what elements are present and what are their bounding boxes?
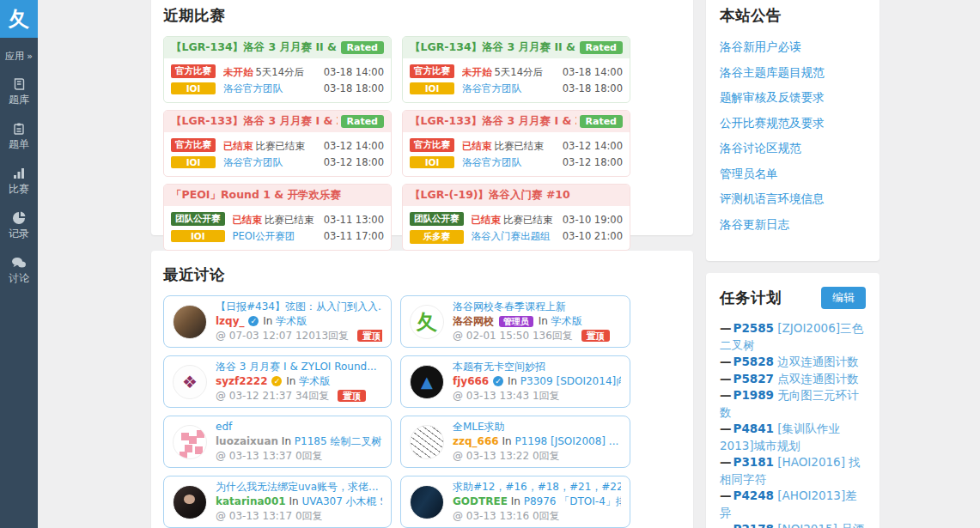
sidebar-item-apps[interactable]: 应用 »: [0, 50, 38, 63]
discussion-board-link[interactable]: P3309 [SDOI2014]向...: [520, 375, 621, 387]
sidebar-item-contests[interactable]: 比赛: [0, 167, 38, 197]
discussion-title[interactable]: 全MLE求助: [453, 420, 621, 434]
task-item[interactable]: —P2178 [NOI2015] 品酒大会: [720, 521, 866, 528]
task-item[interactable]: —P1989 无向图三元环计数: [720, 387, 866, 421]
discussion-author[interactable]: luozaixuan: [216, 435, 278, 447]
problem-id[interactable]: P4841: [733, 422, 774, 435]
contest-title[interactable]: 【LGR-133】洛谷 3 月月赛 I & ZYLOI ...: [171, 114, 338, 129]
avatar[interactable]: ▲: [410, 365, 444, 399]
contest-organizer-link[interactable]: 洛谷入门赛出题组: [472, 230, 551, 242]
edit-button[interactable]: 编辑: [821, 287, 866, 309]
avatar[interactable]: [410, 485, 444, 519]
discussion-card[interactable]: 【日报#434】弦图：从入门到入入... lzqy_ ✓ In 学术版 @ 07…: [163, 295, 392, 348]
task-item[interactable]: —P4248 [AHOI2013]差异: [720, 488, 866, 521]
avatar[interactable]: ❖: [173, 365, 207, 399]
contest-organizer-link[interactable]: 洛谷官方团队: [462, 156, 521, 168]
discussion-author[interactable]: lzqy_: [216, 315, 245, 327]
announcement-link[interactable]: 洛谷更新日志: [720, 212, 866, 238]
discussion-title[interactable]: 洛谷 3 月月赛 I & ZYLOI Round...: [216, 360, 382, 374]
contest-end-time: 03-12 18:00: [324, 155, 384, 171]
problem-id[interactable]: P3181: [733, 455, 774, 469]
discussion-title[interactable]: 为什么我无法绑定uva账号，求佬...: [216, 480, 382, 495]
problem-id[interactable]: P4248: [733, 489, 774, 502]
discussion-author[interactable]: fjy666: [453, 375, 489, 387]
discussion-title[interactable]: 求助#12，#16，#18，#21，#22: [453, 480, 621, 495]
luogu-logo[interactable]: 夂: [0, 0, 38, 38]
discussion-board-link[interactable]: UVA307 小木棍 Sti...: [301, 495, 382, 507]
avatar[interactable]: [173, 485, 207, 519]
discussion-card[interactable]: 为什么我无法绑定uva账号，求佬... katarina001 In UVA30…: [163, 476, 392, 528]
discussion-board-link[interactable]: 学术版: [276, 315, 307, 327]
discussion-author[interactable]: katarina001: [216, 495, 286, 507]
sidebar-item-discussions[interactable]: 讨论: [0, 256, 38, 286]
contest-card[interactable]: 【LGR-133】洛谷 3 月月赛 I & ZYLOI ... Rated 官方…: [163, 110, 392, 177]
avatar[interactable]: 夂: [410, 305, 444, 339]
announcement-link[interactable]: 洛谷讨论区规范: [720, 136, 866, 161]
sidebar-item-label: 比赛: [9, 183, 29, 195]
contest-title[interactable]: 【LGR-134】洛谷 3 月月赛 II &「GLR ...: [171, 40, 338, 55]
discussion-author[interactable]: syzf2222: [216, 375, 268, 387]
task-item[interactable]: —P5827 点双连通图计数: [720, 371, 866, 388]
contest-card[interactable]: 「PEOI」Round 1 & 开学欢乐赛 团队公开赛 IOI 已结束比赛已结束…: [163, 184, 392, 251]
announcement-link[interactable]: 评测机语言环境信息: [720, 186, 866, 212]
contest-organizer-link[interactable]: 洛谷官方团队: [462, 82, 521, 94]
announcement-link[interactable]: 洛谷主题库题目规范: [720, 60, 866, 86]
contest-card[interactable]: 【LGR-133】洛谷 3 月月赛 I & ZYLOI ... Rated 官方…: [402, 110, 630, 177]
contest-rule-tag: IOI: [171, 82, 216, 94]
announcement-link[interactable]: 题解审核及反馈要求: [720, 85, 866, 111]
discussion-title[interactable]: edf: [216, 420, 382, 434]
contest-card[interactable]: 【LGR-(-19)】洛谷入门赛 #10 团队公开赛 乐多赛 已结束比赛已结束 …: [402, 184, 630, 251]
contest-card-header: 【LGR-134】洛谷 3 月月赛 II &「GLR-... Rated: [403, 37, 630, 58]
problem-id[interactable]: P1989: [733, 388, 774, 402]
problem-id[interactable]: P2178: [733, 522, 774, 528]
contest-card[interactable]: 【LGR-134】洛谷 3 月月赛 II &「GLR ... Rated 官方比…: [163, 36, 392, 103]
discussion-card[interactable]: 求助#12，#16，#18，#21，#22 GODTREE In P8976 「…: [400, 476, 630, 528]
discussion-board-link[interactable]: P1198 [JSOI2008] ...: [514, 435, 618, 447]
discussion-author[interactable]: zzq_666: [453, 435, 499, 447]
sidebar-item-records[interactable]: 记录: [0, 211, 38, 241]
task-item[interactable]: —P4841 [集训队作业2013]城市规划: [720, 421, 866, 454]
avatar[interactable]: [173, 425, 207, 459]
discussion-author[interactable]: GODTREE: [453, 495, 508, 507]
sidebar-item-label: 题单: [9, 138, 29, 150]
contest-organizer-link[interactable]: 洛谷官方团队: [223, 82, 283, 94]
problem-title[interactable]: 边双连通图计数: [777, 355, 859, 368]
announcement-link[interactable]: 洛谷新用户必读: [720, 34, 866, 60]
problem-id[interactable]: P5828: [733, 355, 774, 368]
discussion-author[interactable]: 洛谷网校: [453, 315, 494, 327]
avatar[interactable]: [410, 425, 444, 459]
sidebar-item-problems[interactable]: 题库: [0, 77, 38, 107]
task-item[interactable]: —P5828 边双连通图计数: [720, 354, 866, 371]
recent-contests-panel: 近期比赛 【LGR-134】洛谷 3 月月赛 II &「GLR ... Rate…: [151, 0, 693, 235]
problem-id[interactable]: P5827: [733, 372, 774, 385]
discussion-title[interactable]: 本题有无卡空间妙招: [453, 360, 621, 374]
discussion-board-link[interactable]: 学术版: [299, 375, 330, 387]
discussion-card[interactable]: ❖ 洛谷 3 月月赛 I & ZYLOI Round... syzf2222 ✓…: [163, 355, 392, 408]
task-item[interactable]: —P2585 [ZJOI2006]三色二叉树: [720, 320, 866, 354]
contest-title[interactable]: 【LGR-134】洛谷 3 月月赛 II &「GLR-...: [410, 40, 576, 55]
discussion-card[interactable]: ▲ 本题有无卡空间妙招 fjy666 ✓ In P3309 [SDOI2014]…: [400, 355, 630, 408]
announcement-link[interactable]: 管理员名单: [720, 161, 866, 187]
announcement-link[interactable]: 公开比赛规范及要求: [720, 111, 866, 137]
discussion-card[interactable]: 全MLE求助 zzq_666 In P1198 [JSOI2008] ... @…: [400, 416, 630, 468]
discussion-board-link[interactable]: P1185 绘制二叉树: [295, 435, 382, 447]
discussion-board-link[interactable]: P8976 「DTOI-4」排...: [524, 495, 621, 507]
problem-title[interactable]: 点双连通图计数: [777, 372, 859, 385]
contest-card[interactable]: 【LGR-134】洛谷 3 月月赛 II &「GLR-... Rated 官方比…: [402, 36, 630, 103]
task-item[interactable]: —P3181 [HAOI2016] 找相同字符: [720, 454, 866, 488]
discussion-title[interactable]: 【日报#434】弦图：从入门到入入...: [216, 300, 382, 314]
avatar[interactable]: [173, 305, 207, 339]
admin-badge: 管理员: [499, 316, 533, 327]
contest-organizer-link[interactable]: PEOI公开赛团: [233, 230, 295, 242]
contest-title[interactable]: 【LGR-133】洛谷 3 月月赛 I & ZYLOI ...: [410, 114, 576, 129]
sidebar-item-problem-lists[interactable]: 题单: [0, 122, 38, 152]
problem-id[interactable]: P2585: [733, 321, 774, 335]
discussion-card[interactable]: 夂 洛谷网校冬春季课程上新 洛谷网校 管理员 In 学术版 @ 02-01 15…: [400, 295, 630, 348]
contest-organizer-link[interactable]: 洛谷官方团队: [223, 156, 283, 168]
contest-title[interactable]: 【LGR-(-19)】洛谷入门赛 #10: [410, 188, 623, 203]
discussion-title[interactable]: 洛谷网校冬春季课程上新: [453, 300, 621, 314]
discussion-board-link[interactable]: 学术版: [551, 315, 582, 327]
contest-title[interactable]: 「PEOI」Round 1 & 开学欢乐赛: [171, 188, 384, 203]
contest-type-tag: 官方比赛: [410, 138, 454, 152]
discussion-card[interactable]: edf luozaixuan In P1185 绘制二叉树 @ 03-13 13…: [163, 416, 392, 468]
